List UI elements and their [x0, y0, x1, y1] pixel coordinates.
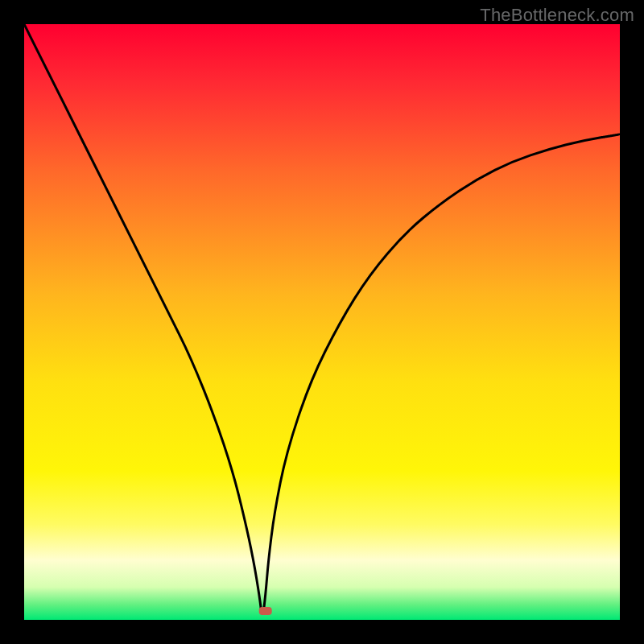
watermark-text: TheBottleneck.com: [480, 5, 634, 26]
plot-area: [24, 24, 620, 620]
gradient-background: [24, 24, 620, 620]
chart-svg: [24, 24, 620, 620]
optimal-point-marker: [259, 607, 272, 615]
chart-frame: TheBottleneck.com: [0, 0, 644, 644]
